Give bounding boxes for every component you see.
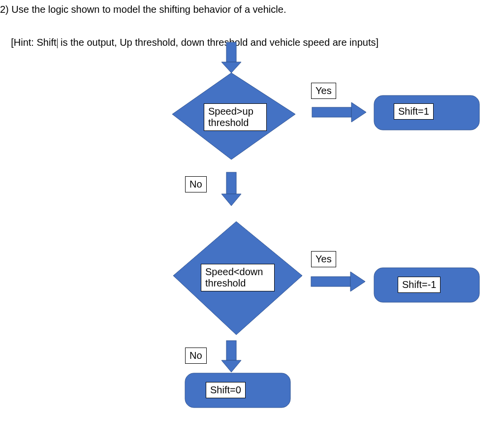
label-no-1: No bbox=[185, 176, 207, 192]
svg-rect-0 bbox=[226, 42, 236, 62]
label-shift-zero: Shift=0 bbox=[206, 382, 246, 398]
svg-marker-1 bbox=[221, 62, 241, 73]
label-shift-down: Shift=-1 bbox=[398, 277, 441, 293]
decision-2-label: Speed<down threshold bbox=[201, 264, 275, 291]
decision-2-line1: Speed<down bbox=[205, 266, 270, 278]
svg-marker-5 bbox=[221, 194, 241, 206]
arrow-entry bbox=[221, 42, 241, 73]
arrow-no-2 bbox=[221, 341, 241, 372]
decision-1-label: Speed>up threshold bbox=[204, 103, 267, 131]
label-shift-up: Shift=1 bbox=[394, 103, 434, 120]
svg-rect-2 bbox=[312, 107, 351, 117]
svg-marker-7 bbox=[350, 272, 365, 291]
svg-rect-4 bbox=[226, 172, 236, 194]
svg-marker-9 bbox=[221, 360, 241, 372]
label-yes-1: Yes bbox=[311, 83, 336, 99]
svg-marker-3 bbox=[351, 102, 366, 122]
decision-1-line1: Speed>up bbox=[208, 106, 262, 117]
decision-2-line2: threshold bbox=[205, 278, 270, 289]
flowchart-svg bbox=[0, 0, 504, 444]
arrow-no-1 bbox=[221, 172, 241, 206]
label-yes-2: Yes bbox=[311, 251, 336, 267]
arrow-yes-2 bbox=[311, 272, 365, 291]
arrow-yes-1 bbox=[312, 102, 366, 122]
label-no-2: No bbox=[185, 348, 207, 364]
decision-1-line2: threshold bbox=[208, 117, 262, 128]
svg-rect-6 bbox=[311, 277, 350, 286]
svg-rect-8 bbox=[226, 341, 236, 360]
